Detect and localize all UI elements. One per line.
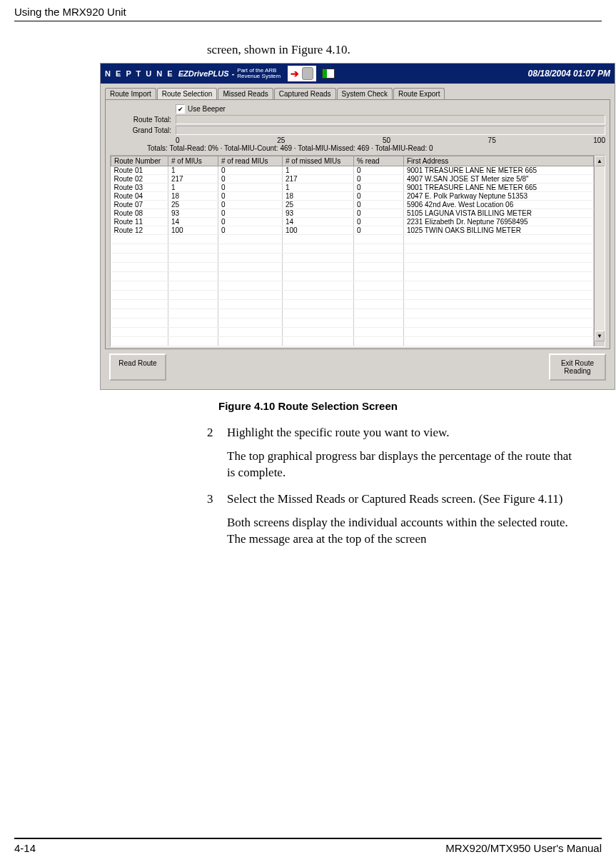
col-missed-mius[interactable]: # of missed MIUs xyxy=(283,156,354,166)
page-number: 4-14 xyxy=(14,842,36,854)
scroll-down-icon[interactable]: ▼ xyxy=(595,331,605,341)
use-beeper-label: Use Beeper xyxy=(188,105,226,113)
grand-total-bar xyxy=(176,126,605,135)
table-row[interactable]: Route 072502505906 42nd Ave. West Locati… xyxy=(111,201,594,209)
section-title: Using the MRX920 Unit xyxy=(14,6,126,18)
table-row xyxy=(111,319,594,328)
step-2-sub: The top graphical progress bar displays … xyxy=(227,448,580,481)
col-first-address[interactable]: First Address xyxy=(404,156,594,166)
route-total-label: Route Total: xyxy=(110,116,176,124)
tab-missed-reads[interactable]: Missed Reads xyxy=(218,88,273,99)
table-row[interactable]: Route 0310109001 TREASURE LANE NE METER … xyxy=(111,184,594,192)
use-beeper-checkbox[interactable]: ✔ xyxy=(176,104,185,114)
col-pct-read[interactable]: % read xyxy=(354,156,404,166)
table-row xyxy=(111,291,594,300)
table-row xyxy=(111,281,594,291)
tab-body: ✔ Use Beeper Route Total: Grand Total: 0… xyxy=(105,99,610,349)
tagline: Part of the ARBRevenue System xyxy=(237,68,281,79)
app-screenshot: N E P T U N E EZDrivePLUS - Part of the … xyxy=(100,63,615,390)
step-2-text: Highlight the specific route you want to… xyxy=(227,425,449,441)
instruction-body: 2 Highlight the specific route you want … xyxy=(207,425,580,548)
tab-strip: Route Import Route Selection Missed Read… xyxy=(105,88,610,99)
table-row xyxy=(111,309,594,319)
table-row xyxy=(111,263,594,272)
scroll-up-icon[interactable]: ▲ xyxy=(595,156,605,166)
mini-progress-icon xyxy=(322,69,335,79)
table-row xyxy=(111,300,594,309)
totals-line: Totals: Total-Read: 0% · Total-MIU-Count… xyxy=(147,144,605,152)
step-3-sub: Both screens display the individual acco… xyxy=(227,515,580,548)
tab-route-selection[interactable]: Route Selection xyxy=(157,88,218,99)
intro-text: screen, shown in Figure 4.10. xyxy=(207,43,602,57)
col-route-number[interactable]: Route Number xyxy=(111,156,168,166)
table-row[interactable]: Route 041801802047 E. Polk Parkway Neptu… xyxy=(111,192,594,201)
col-mius[interactable]: # of MIUs xyxy=(168,156,218,166)
table-row[interactable]: Route 089309305105 LAGUNA VISTA BILLING … xyxy=(111,209,594,218)
table-row xyxy=(111,244,594,254)
scale-axis: 0 25 50 75 100 xyxy=(176,136,605,144)
table-row xyxy=(111,235,594,244)
tab-route-export[interactable]: Route Export xyxy=(393,88,445,99)
exit-route-reading-button[interactable]: Exit RouteReading xyxy=(549,354,606,381)
step-3-number: 3 xyxy=(207,491,227,508)
table-row xyxy=(111,272,594,281)
table-row xyxy=(111,254,594,263)
route-grid: Route Number # of MIUs # of read MIUs # … xyxy=(110,155,605,347)
read-route-button[interactable]: Read Route xyxy=(109,354,166,381)
table-row[interactable]: Route 111401402231 Elizabeth Dr. Neptune… xyxy=(111,218,594,226)
table-row[interactable]: Route 0110109001 TREASURE LANE NE METER … xyxy=(111,166,594,175)
col-read-mius[interactable]: # of read MIUs xyxy=(218,156,283,166)
vertical-scrollbar[interactable]: ▲ ▼ xyxy=(594,156,605,346)
manual-title: MRX920/MTX950 User's Manual xyxy=(445,842,602,854)
figure-caption: Figure 4.10 Route Selection Screen xyxy=(14,400,602,412)
brand-text: N E P T U N E xyxy=(105,69,174,78)
page-footer: 4-14 MRX920/MTX950 User's Manual xyxy=(14,838,602,854)
step-3-text: Select the Missed Reads or Captured Read… xyxy=(227,491,563,508)
titlebar: N E P T U N E EZDrivePLUS - Part of the … xyxy=(101,64,615,84)
tab-route-import[interactable]: Route Import xyxy=(105,88,156,99)
tab-system-check[interactable]: System Check xyxy=(337,88,393,99)
grid-header-row: Route Number # of MIUs # of read MIUs # … xyxy=(111,156,594,166)
table-row xyxy=(111,337,594,346)
datetime-text: 08/18/2004 01:07 PM xyxy=(528,69,610,79)
route-total-bar xyxy=(176,115,605,124)
grand-total-label: Grand Total: xyxy=(110,126,176,134)
product-text: EZDrivePLUS xyxy=(178,69,229,78)
table-row[interactable]: Route 02217021704907 W.SAN JOSE ST Meter… xyxy=(111,175,594,184)
step-2-number: 2 xyxy=(207,425,227,441)
page-header: Using the MRX920 Unit xyxy=(14,0,602,21)
cylinder-icon xyxy=(302,67,313,80)
arrow-icon: ➔ xyxy=(288,66,316,81)
tab-captured-reads[interactable]: Captured Reads xyxy=(274,88,336,99)
table-row xyxy=(111,328,594,337)
table-row[interactable]: Route 12100010001025 TWIN OAKS BILLING M… xyxy=(111,226,594,235)
